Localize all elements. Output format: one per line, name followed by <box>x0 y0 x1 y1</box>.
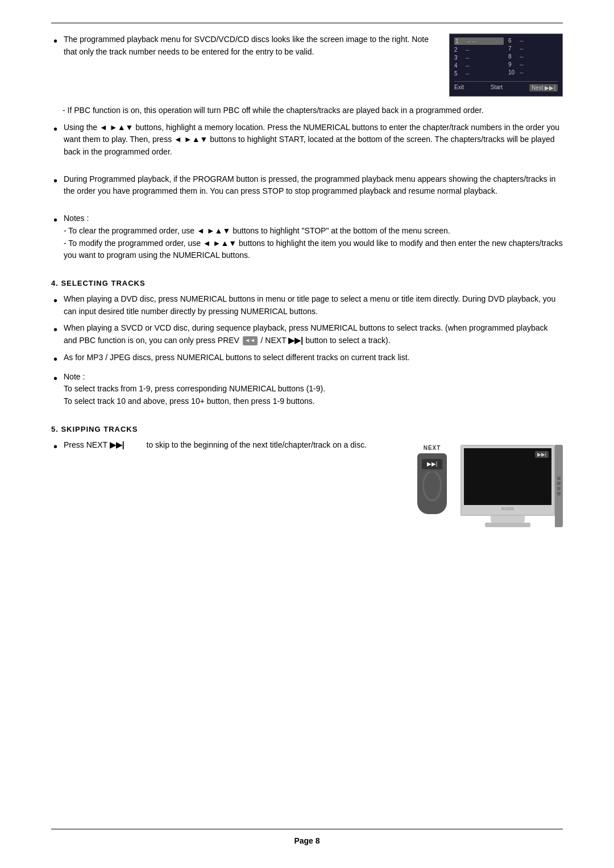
page-number: Page 8 <box>294 836 320 845</box>
ps-row: 7 -- <box>508 45 558 52</box>
ps-row: 10 -- <box>508 69 558 76</box>
remote-shape <box>421 471 443 503</box>
prev-icon: ◄◄ <box>243 336 258 345</box>
section4: 4. SELECTING TRACKS • When playing a DVD… <box>51 277 563 412</box>
ps-col-left: 1 -- -- 2 -- 3 -- 4 -- <box>454 37 504 78</box>
ps-row: 6 -- <box>508 37 558 44</box>
ps-row: 1 -- -- <box>454 37 504 45</box>
notes-label: Notes : - To clear the programmed order,… <box>64 212 563 262</box>
bottom-divider-section: Page 8 <box>51 829 563 845</box>
tv-brand-label: KOSS <box>464 505 551 512</box>
ps-row: 4 -- <box>454 62 504 69</box>
remote-control: NEXT ▶▶| <box>415 445 449 514</box>
tv-side-dot <box>557 487 561 490</box>
tv-side-dot <box>557 492 561 495</box>
bullet-dot: • <box>51 293 64 308</box>
tv-base <box>485 523 530 527</box>
skip-bullet-text: Press NEXT ▶▶| to skip to the beginning … <box>64 439 398 452</box>
top-divider <box>51 23 563 23</box>
bullet-dot: • <box>51 34 64 48</box>
list-item: • As for MP3 / JPEG discs, press NUMERIC… <box>51 352 563 366</box>
remote-body: ▶▶| <box>417 453 447 514</box>
bullet3-section: • During Programmed playback, if the PRO… <box>51 173 563 202</box>
list-item: • When playing a SVCD or VCD disc, durin… <box>51 322 563 347</box>
remote-label: NEXT <box>424 445 441 451</box>
s4-bullet3: As for MP3 / JPEG discs, press NUMERICAL… <box>64 352 563 364</box>
tv-side-dot <box>557 482 561 485</box>
s4-note: Note : To select tracks from 1-9, press … <box>64 371 563 408</box>
bullet3-text: During Programmed playback, if the PROGR… <box>64 173 563 198</box>
skip-bullet: • Press NEXT ▶▶| to skip to the beginnin… <box>51 439 398 454</box>
bullet-dot: • <box>51 371 64 386</box>
list-item: • Note : To select tracks from 1-9, pres… <box>51 371 563 408</box>
section5-heading: 5. SKIPPING TRACKS <box>51 425 563 433</box>
intro-bullet-container: • The programmed playback menu for SVCD/… <box>51 34 449 62</box>
list-item: • Notes : - To clear the programmed orde… <box>51 212 563 262</box>
ps-start: Start <box>491 84 503 91</box>
bullet-dot: • <box>51 352 64 366</box>
skip-images-col: NEXT ▶▶| <box>415 445 563 527</box>
tv-main: ▶▶| KOSS <box>460 445 555 527</box>
section5: 5. SKIPPING TRACKS • Press NEXT ▶▶| to s… <box>51 423 563 527</box>
notes-section: • Notes : - To clear the programmed orde… <box>51 212 563 266</box>
ps-row: 3 -- <box>454 55 504 61</box>
pbc-note: - If PBC function is on, this operation … <box>51 105 563 117</box>
skip-text-col: • Press NEXT ▶▶| to skip to the beginnin… <box>51 439 398 454</box>
intro-section: • The programmed playback menu for SVCD/… <box>51 34 563 97</box>
ps-row: 5 -- <box>454 70 504 77</box>
list-item: • Using the ◄ ►▲▼ buttons, highlight a m… <box>51 122 563 158</box>
ps-row: 8 -- <box>508 53 558 60</box>
tv-side-bar <box>555 445 563 527</box>
s4-bullet1: When playing a DVD disc, press NUMERICAL… <box>64 293 563 318</box>
bullet-dot: • <box>51 122 64 136</box>
bullet-dot: • <box>51 212 64 227</box>
tv-display: ▶▶| KOSS <box>460 445 563 527</box>
tv-screen-icon: ▶▶| <box>535 451 549 458</box>
tv-frame: ▶▶| KOSS <box>460 445 555 516</box>
bullet2-section: • Using the ◄ ►▲▼ buttons, highlight a m… <box>51 122 563 163</box>
tv-screen-inner: ▶▶| <box>464 448 551 505</box>
bullet-dot: • <box>51 173 64 188</box>
ps-footer: Exit Start Next ▶▶| <box>454 81 558 91</box>
s4-bullet2: When playing a SVCD or VCD disc, during … <box>64 322 563 347</box>
section4-list: • When playing a DVD disc, press NUMERIC… <box>51 293 563 408</box>
note2-text: - To modify the programmed order, use ◄ … <box>64 239 563 260</box>
remote-next-button: ▶▶| <box>422 459 442 469</box>
list-item: • When playing a DVD disc, press NUMERIC… <box>51 293 563 318</box>
pbc-note-text: - If PBC function is on, this operation … <box>63 106 484 115</box>
press-text: Press <box>64 440 84 449</box>
note1-text: - To clear the programmed order, use ◄ ►… <box>64 226 450 235</box>
bullet-dot: • <box>51 322 64 337</box>
bullet2-text: Using the ◄ ►▲▼ buttons, highlight a mem… <box>64 122 563 158</box>
ps-row: 9 -- <box>508 61 558 68</box>
ps-col-right: 6 -- 7 -- 8 -- 9 -- <box>508 37 558 78</box>
program-screen: 1 -- -- 2 -- 3 -- 4 -- <box>449 34 563 97</box>
skip-section: • Press NEXT ▶▶| to skip to the beginnin… <box>51 439 563 527</box>
intro-bullet-text: The programmed playback menu for SVCD/VC… <box>64 34 439 58</box>
bullet-dot: • <box>51 439 64 454</box>
ps-next: Next ▶▶| <box>529 84 558 91</box>
list-item: • The programmed playback menu for SVCD/… <box>51 34 439 58</box>
tv-stand <box>491 516 525 523</box>
section4-heading: 4. SELECTING TRACKS <box>51 279 563 287</box>
ps-exit: Exit <box>454 84 464 91</box>
svg-point-1 <box>424 472 440 499</box>
tv-wrapper: ▶▶| KOSS <box>460 445 563 527</box>
tv-side-dot <box>557 477 561 480</box>
list-item: • During Programmed playback, if the PRO… <box>51 173 563 198</box>
ps-row: 2 -- <box>454 47 504 53</box>
